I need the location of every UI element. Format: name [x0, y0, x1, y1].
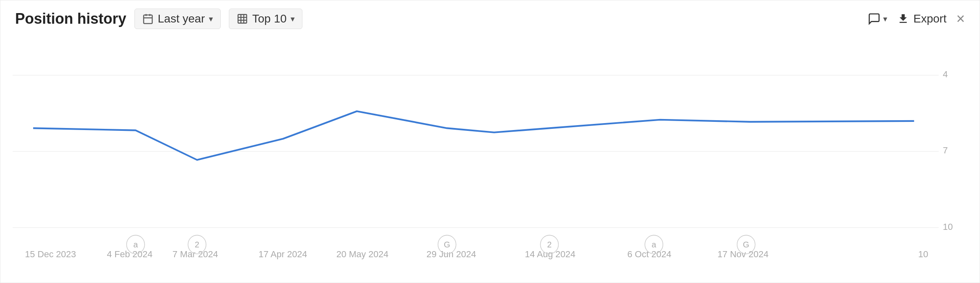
x-label-jun: 29 Jun 2024 [427, 249, 476, 259]
close-button[interactable]: × [956, 11, 965, 26]
chevron-down-icon: ▾ [209, 14, 213, 24]
range-chevron-icon: ▾ [291, 14, 295, 24]
y-label-7: 7 [943, 145, 948, 155]
calendar-icon [142, 13, 154, 25]
x-label-oct: 6 Oct 2024 [627, 249, 671, 259]
annotation-label-nov: G [743, 240, 750, 249]
svg-rect-0 [144, 15, 152, 24]
export-label: Export [913, 12, 946, 25]
y-label-4: 4 [943, 69, 948, 79]
close-icon: × [956, 10, 965, 27]
x-label-may: 20 May 2024 [336, 249, 389, 259]
annotation-label-oct: a [652, 240, 657, 249]
annotation-label-aug: 2 [547, 240, 552, 249]
chart-area: 4 7 10 15 Dec 2023 4 Feb 2024 7 Mar 2024… [0, 37, 980, 283]
date-filter-button[interactable]: Last year ▾ [134, 9, 221, 29]
x-label-apr: 17 Apr 2024 [259, 249, 307, 259]
x-label-end: 10 [918, 249, 929, 259]
table-icon [237, 13, 248, 25]
chart-svg: 4 7 10 15 Dec 2023 4 Feb 2024 7 Mar 2024… [13, 37, 955, 283]
comment-chevron-icon: ▾ [883, 14, 887, 24]
comment-icon [868, 12, 881, 25]
header-actions: ▾ Export × [868, 11, 965, 26]
chart-line [33, 111, 914, 160]
header: Position history Last year ▾ Top 10 ▾ [0, 0, 980, 37]
range-filter-label: Top 10 [252, 12, 286, 25]
annotation-label-feb: a [133, 240, 138, 249]
y-label-10: 10 [943, 221, 953, 231]
date-filter-label: Last year [158, 12, 205, 25]
annotation-label-jun: G [444, 240, 450, 249]
export-button[interactable]: Export [897, 12, 946, 25]
comment-button[interactable]: ▾ [868, 12, 887, 25]
range-filter-button[interactable]: Top 10 ▾ [229, 9, 302, 29]
x-label-feb: 4 Feb 2024 [107, 249, 153, 259]
export-icon [897, 13, 909, 25]
x-label-mar: 7 Mar 2024 [172, 249, 218, 259]
annotation-label-mar: 2 [195, 240, 199, 249]
x-label-dec: 15 Dec 2023 [25, 249, 76, 259]
svg-rect-4 [238, 15, 247, 23]
page-title: Position history [15, 10, 126, 27]
x-label-nov: 17 Nov 2024 [717, 249, 768, 259]
main-container: Position history Last year ▾ Top 10 ▾ [0, 0, 980, 283]
